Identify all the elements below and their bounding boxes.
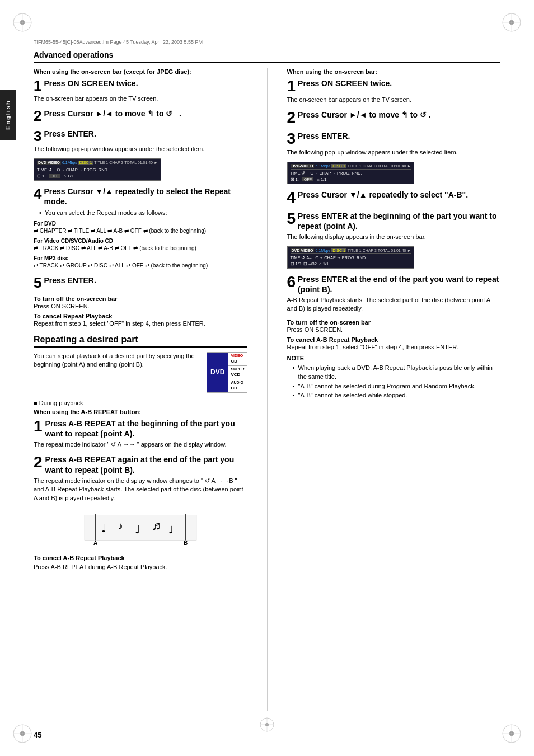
section-title: Advanced operations: [34, 50, 500, 63]
sidebar-english-label: English: [0, 90, 16, 140]
ab-step-2-number: 2: [34, 454, 43, 470]
mp3-label: For MP3 disc: [34, 255, 247, 261]
right-turnoff-desc: Press ON SCREEN.: [287, 326, 501, 333]
ab-step-2-desc: The repeat mode indicator on the display…: [34, 477, 247, 503]
right-step-1-header: 1 Press ON SCREEN twice.: [287, 78, 501, 94]
two-column-layout: When using the on-screen bar (except for…: [34, 68, 500, 711]
right-step-6-number: 6: [287, 274, 296, 290]
right-step-2-header: 2 Press Cursor ►/◄ to move ↰ to ↺ .: [287, 110, 501, 125]
osd3-mbps: 6.1Mbps: [315, 248, 330, 252]
left-turnoff-title: To turn off the on-screen bar: [34, 295, 247, 302]
svg-text:A: A: [93, 539, 97, 546]
badge-super-vcd: SUPER VCD: [228, 366, 246, 379]
osd2-row3: ⊡ 1. OFF ⌂ 1/1: [291, 177, 411, 182]
left-step-3-desc: The following pop-up window appears unde…: [34, 145, 247, 153]
page-number: 45: [34, 731, 41, 739]
osd1-disc: DISC 1: [78, 161, 93, 165]
right-step-4: 4 Press Cursor ▼/▲ repeatedly to select …: [287, 190, 501, 205]
left-column: When using the on-screen bar (except for…: [34, 68, 247, 711]
right-step-3-title: Press ENTER.: [298, 131, 500, 141]
right-cancel-desc: Repeat from step 1, select "OFF" in step…: [287, 344, 501, 350]
dvd-label: For DVD: [34, 220, 247, 227]
left-step-1-header: 1 Press ON SCREEN twice.: [34, 78, 247, 93]
note-section: NOTE When playing back a DVD, A-B Repeat…: [287, 355, 501, 400]
osd-display-1: DVD-VIDEO 6.1Mbps DISC 1 TITLE 1 CHAP 3 …: [34, 158, 247, 181]
page: TIFM65-55-45[C]-08Advanced.fm Page 45 Tu…: [0, 0, 534, 756]
during-playback-label: ■ During playback: [34, 400, 247, 406]
note-bullet-3: "A-B" cannot be selected while stopped.: [293, 391, 501, 400]
right-step-2-title: Press Cursor ►/◄ to move ↰ to ↺ .: [298, 110, 500, 120]
osd2-row2: TIME ↺ ⊙→ CHAP.→ PROG. RND.: [291, 171, 411, 176]
left-cancel: To cancel Repeat Playback Repeat from st…: [34, 313, 247, 327]
right-step-6-desc: A-B Repeat Playback starts. The selected…: [287, 296, 501, 313]
repeat-cancel-ab: To cancel A-B Repeat Playback Press A-B …: [34, 555, 247, 570]
left-step-1-number: 1: [34, 78, 41, 93]
right-step-1: 1 Press ON SCREEN twice. The on-screen b…: [287, 78, 501, 104]
osd1-mbps: 6.1Mbps: [62, 161, 77, 165]
osd2-mbps: 6.1Mbps: [315, 164, 330, 168]
right-step-1-desc: The on-screen bar appears on the TV scre…: [287, 96, 501, 104]
cancel-ab-desc: Press A-B REPEAT during A-B Repeat Playb…: [34, 564, 247, 570]
right-when-label: When using the on-screen bar:: [287, 68, 501, 75]
left-step-2-header: 2 Press Cursor ►/◄ to move ↰ to ↺ .: [34, 109, 247, 123]
badge-video-cd: VIDEO CD: [228, 353, 246, 366]
corner-decoration-tr: [500, 11, 523, 34]
osd2-dvd: DVD-VIDEO: [291, 164, 315, 168]
repeat-intro: DVD VIDEO CD SUPER VCD: [34, 352, 247, 396]
right-step-3-number: 3: [287, 131, 296, 147]
right-step-5-title: Press ENTER at the beginning of the part…: [298, 211, 500, 231]
right-step-1-number: 1: [287, 78, 296, 94]
cancel-ab-title: To cancel A-B Repeat Playback: [34, 555, 247, 561]
bottom-center-decoration: [259, 716, 275, 735]
right-step-4-number: 4: [287, 190, 296, 205]
left-step-4-header: 4 Press Cursor ▼/▲ repeatedly to select …: [34, 186, 247, 206]
right-step-5-header: 5 Press ENTER at the beginning of the pa…: [287, 211, 501, 231]
ab-step-2: 2 Press A-B REPEAT again at the end of t…: [34, 454, 247, 503]
right-cancel-title: To cancel A-B Repeat Playback: [287, 336, 501, 343]
svg-text:♪: ♪: [118, 520, 123, 531]
osd1-dvd: DVD-VIDEO: [37, 161, 61, 165]
vcd-label: For Video CD/SVCD/Audio CD: [34, 238, 247, 244]
svg-text:♩: ♩: [168, 524, 173, 535]
left-step-5: 5 Press ENTER.: [34, 275, 247, 290]
left-step-5-header: 5 Press ENTER.: [34, 275, 247, 290]
right-step-6-header: 6 Press ENTER at the end of the part you…: [287, 274, 501, 294]
ab-step-1-number: 1: [34, 419, 43, 434]
right-turnoff-title: To turn off the on-screen bar: [287, 319, 501, 326]
header-file-text: TIFM65-55-45[C]-08Advanced.fm Page 45 Tu…: [34, 39, 203, 45]
repeat-section-title: Repeating a desired part: [34, 335, 247, 348]
note-bullet-2: "A-B" cannot be selected during Program …: [293, 382, 501, 391]
osd-display-3: DVD-VIDEO 6.1Mbps DISC 1 TITLE 1 CHAP 3 …: [287, 246, 501, 269]
ab-step-1-header: 1 Press A-B REPEAT at the beginning of t…: [34, 419, 247, 439]
corner-decoration-tl: [11, 11, 34, 34]
left-when-label: When using the on-screen bar (except for…: [34, 68, 247, 75]
right-step-5-desc: The following display appears in the on-…: [287, 233, 501, 241]
right-step-3-desc: The following pop-up window appears unde…: [287, 148, 501, 157]
osd1-info: TITLE 1 CHAP 3 TOTAL 01:01:40 ►: [94, 161, 158, 165]
left-step-2: 2 Press Cursor ►/◄ to move ↰ to ↺ .: [34, 109, 247, 123]
right-step-4-header: 4 Press Cursor ▼/▲ repeatedly to select …: [287, 190, 501, 205]
column-divider: [267, 68, 268, 711]
header-file-info: TIFM65-55-45[C]-08Advanced.fm Page 45 Tu…: [34, 39, 500, 46]
left-step-3-header: 3 Press ENTER.: [34, 129, 247, 143]
right-step-2-number: 2: [287, 110, 296, 125]
right-step-6-title: Press ENTER at the end of the part you w…: [298, 274, 500, 294]
ab-step-1-desc: The repeat mode indicator " ↺ A →→ " app…: [34, 440, 247, 449]
repeat-section: Repeating a desired part DVD VIDEO CD: [34, 335, 247, 570]
right-cancel-ab: To cancel A-B Repeat Playback Repeat fro…: [287, 336, 501, 350]
badge-dvd: DVD: [207, 353, 228, 392]
note-bullets: When playing back a DVD, A-B Repeat Play…: [293, 363, 501, 400]
left-step-3-title: Press ENTER.: [44, 129, 247, 139]
right-step-3: 3 Press ENTER. The following pop-up wind…: [287, 131, 501, 184]
right-step-4-title: Press Cursor ▼/▲ repeatedly to select "A…: [298, 190, 500, 200]
left-step-3-number: 3: [34, 129, 41, 143]
corner-decoration-br: [500, 722, 523, 745]
left-cancel-desc: Repeat from step 1, select "OFF" in step…: [34, 320, 247, 327]
svg-text:♬: ♬: [152, 518, 161, 532]
right-step-3-header: 3 Press ENTER.: [287, 131, 501, 147]
vcd-modes: ⇄ TRACK ⇄ DISC ⇄ ALL ⇄ A-B ⇄ OFF ⇄ (back…: [34, 245, 247, 252]
ab-diagram: A B ♩ ♪ ♩ ♬ ♩: [34, 508, 247, 549]
right-step-5-number: 5: [287, 211, 296, 227]
ab-step-2-header: 2 Press A-B REPEAT again at the end of t…: [34, 454, 247, 475]
left-step-4-title: Press Cursor ▼/▲ repeatedly to select th…: [44, 186, 247, 206]
